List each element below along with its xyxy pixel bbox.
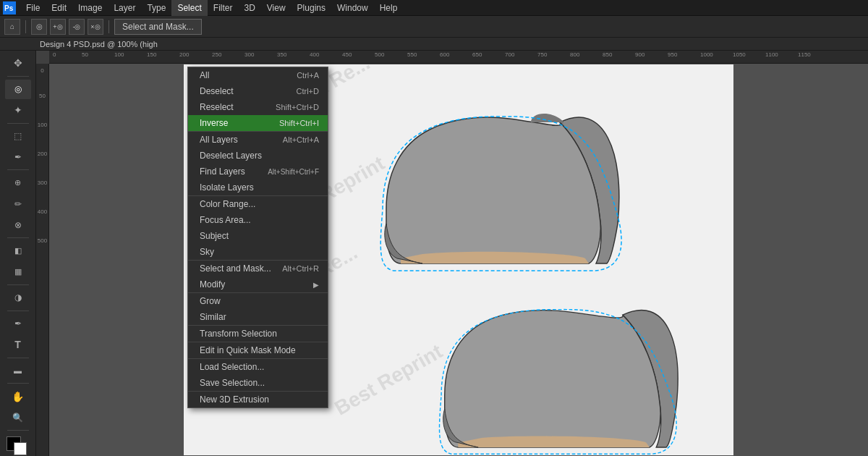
- gradient-tool[interactable]: ▦: [5, 262, 31, 282]
- menu-select[interactable]: Select: [171, 0, 207, 16]
- lasso-icon[interactable]: ◎: [31, 19, 47, 35]
- tool-separator7: [7, 358, 29, 358]
- select-and-mask-button[interactable]: Select and Mask...: [114, 19, 202, 35]
- zoom-tool[interactable]: 🔍: [5, 408, 31, 427]
- add-to-selection[interactable]: +◎: [50, 19, 66, 35]
- menu-item-quick-mask[interactable]: Edit in Quick Mask Mode: [188, 342, 328, 358]
- menu-item-find-layers[interactable]: Find Layers Alt+Shift+Ctrl+F: [188, 164, 328, 180]
- canvas-content: Best, Reprint Re... Best Reprint Best Re…: [49, 64, 868, 456]
- ps-logo: Ps: [3, 1, 16, 14]
- eraser-tool[interactable]: ◧: [5, 241, 31, 261]
- tool-separator9: [7, 430, 29, 431]
- tool-separator3: [7, 169, 29, 170]
- menu-item-inverse[interactable]: Inverse Shift+Ctrl+I: [188, 115, 328, 131]
- menu-section-5: Grow Similar: [188, 293, 328, 326]
- shape-tool[interactable]: ▬: [5, 360, 31, 380]
- menu-item-modify[interactable]: Modify ▶: [188, 276, 328, 292]
- menu-item-transform-selection[interactable]: Transform Selection: [188, 326, 328, 342]
- menu-item-deselect-layers[interactable]: Deselect Layers: [188, 148, 328, 164]
- menu-filter[interactable]: Filter: [208, 0, 239, 16]
- menu-section-1: All Ctrl+A Deselect Ctrl+D Reselect Shif…: [188, 67, 328, 132]
- magic-wand-tool[interactable]: ✦: [5, 101, 31, 120]
- tool-separator5: [7, 284, 29, 285]
- intersect-selection[interactable]: ×◎: [88, 19, 103, 35]
- ruler-vertical: 0 50 100 200 300 400 500: [36, 64, 49, 456]
- menu-item-isolate-layers[interactable]: Isolate Layers: [188, 180, 328, 195]
- options-bar: ⌂ ◎ +◎ -◎ ×◎ Select and Mask...: [0, 16, 868, 38]
- pen-tool[interactable]: ✒: [5, 314, 31, 334]
- menu-type[interactable]: Type: [141, 0, 171, 16]
- menu-item-sky[interactable]: Sky: [188, 244, 328, 260]
- menu-section-2: All Layers Alt+Ctrl+A Deselect Layers Fi…: [188, 132, 328, 196]
- menu-file[interactable]: File: [20, 0, 46, 16]
- menu-section-9: New 3D Extrusion: [188, 392, 328, 408]
- menu-view[interactable]: View: [261, 0, 292, 16]
- menu-item-save-selection[interactable]: Save Selection...: [188, 375, 328, 391]
- main-area: ✥ ◎ ✦ ⬚ ✒ ⊕ ✏ ⊗ ◧ ▦ ◑ ✒ T ▬ ✋ 🔍 0: [0, 51, 868, 456]
- lasso-tool[interactable]: ◎: [5, 80, 31, 99]
- select-dropdown-menu: All Ctrl+A Deselect Ctrl+D Reselect Shif…: [187, 67, 328, 408]
- subtract-selection[interactable]: -◎: [69, 19, 85, 35]
- svg-text:Ps: Ps: [4, 4, 14, 12]
- eyedropper-tool[interactable]: ✒: [5, 148, 31, 167]
- modify-arrow: ▶: [313, 281, 319, 289]
- type-tool[interactable]: T: [5, 335, 31, 355]
- menu-item-load-selection[interactable]: Load Selection...: [188, 359, 328, 375]
- tool-separator6: [7, 311, 29, 311]
- dodge-tool[interactable]: ◑: [5, 288, 31, 308]
- menu-section-6: Transform Selection: [188, 326, 328, 342]
- menu-item-grow[interactable]: Grow: [188, 293, 328, 309]
- menu-edit[interactable]: Edit: [46, 0, 72, 16]
- menu-section-3: Color Range... Focus Area... Subject Sky: [188, 196, 328, 261]
- menu-help[interactable]: Help: [374, 0, 404, 16]
- healing-tool[interactable]: ⊕: [5, 173, 31, 193]
- tool-separator2: [7, 123, 29, 124]
- menu-item-focus-area[interactable]: Focus Area...: [188, 212, 328, 228]
- shoe-2: [383, 278, 708, 455]
- color-swatch[interactable]: [7, 436, 30, 456]
- ruler-horizontal: 0 50 100 150 200 250 300 350 400 450 500…: [49, 51, 868, 64]
- info-bar: Design 4 PSD.psd @ 100% (high: [0, 38, 868, 51]
- menu-item-new-3d[interactable]: New 3D Extrusion: [188, 392, 328, 408]
- tool-separator8: [7, 383, 29, 384]
- tool-separator4: [7, 237, 29, 238]
- file-info: Design 4 PSD.psd @ 100% (high: [40, 40, 158, 48]
- menu-layer[interactable]: Layer: [108, 0, 141, 16]
- home-button[interactable]: ⌂: [4, 19, 20, 35]
- menu-item-color-range[interactable]: Color Range...: [188, 196, 328, 212]
- shoe-1: [328, 79, 632, 282]
- move-tool[interactable]: ✥: [5, 54, 31, 73]
- menu-item-select-and-mask[interactable]: Select and Mask... Alt+Ctrl+R: [188, 261, 328, 276]
- menu-section-7: Edit in Quick Mask Mode: [188, 342, 328, 359]
- menu-item-all[interactable]: All Ctrl+A: [188, 67, 328, 83]
- toolbar-separator2: [109, 20, 109, 33]
- menu-section-8: Load Selection... Save Selection...: [188, 359, 328, 392]
- menu-image[interactable]: Image: [72, 0, 108, 16]
- crop-tool[interactable]: ⬚: [5, 127, 31, 146]
- menu-3d[interactable]: 3D: [238, 0, 260, 16]
- menu-bar: Ps File Edit Image Layer Type Select Fil…: [0, 0, 868, 16]
- tool-separator: [7, 76, 29, 77]
- menu-window[interactable]: Window: [331, 0, 374, 16]
- toolbar-separator: [25, 20, 26, 33]
- menu-item-similar[interactable]: Similar: [188, 309, 328, 325]
- menu-item-reselect[interactable]: Reselect Shift+Ctrl+D: [188, 99, 328, 115]
- menu-plugins[interactable]: Plugins: [292, 0, 331, 16]
- ruler-label: 0: [53, 51, 56, 58]
- clone-tool[interactable]: ⊗: [5, 215, 31, 235]
- menu-section-4: Select and Mask... Alt+Ctrl+R Modify ▶: [188, 261, 328, 293]
- menu-item-all-layers[interactable]: All Layers Alt+Ctrl+A: [188, 132, 328, 148]
- brush-tool[interactable]: ✏: [5, 194, 31, 214]
- canvas-area: 0 50 100 150 200 250 300 350 400 450 500…: [36, 51, 868, 456]
- menu-item-deselect[interactable]: Deselect Ctrl+D: [188, 83, 328, 99]
- menu-item-subject[interactable]: Subject: [188, 228, 328, 244]
- hand-tool[interactable]: ✋: [5, 387, 31, 406]
- tools-panel: ✥ ◎ ✦ ⬚ ✒ ⊕ ✏ ⊗ ◧ ▦ ◑ ✒ T ▬ ✋ 🔍: [0, 51, 36, 456]
